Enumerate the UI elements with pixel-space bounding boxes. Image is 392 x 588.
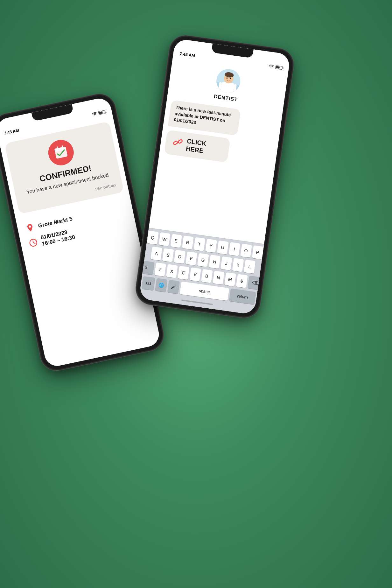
key-c[interactable]: C (178, 266, 189, 280)
key-s[interactable]: S (162, 248, 174, 262)
key-f[interactable]: F (186, 251, 197, 265)
location-pin-icon (25, 223, 35, 233)
key-b[interactable]: B (201, 269, 213, 283)
key-dollar[interactable]: $ (236, 274, 248, 288)
key-x[interactable]: X (166, 264, 178, 278)
click-here-text: CLICK HERE (186, 137, 207, 155)
click-here-button[interactable]: CLICK HERE (164, 130, 230, 163)
svg-rect-12 (220, 81, 234, 94)
dentist-avatar (215, 67, 242, 94)
key-o[interactable]: O (240, 244, 252, 258)
phone-1-content: 7.45 AM (0, 106, 161, 368)
clock-icon (28, 238, 38, 248)
key-return[interactable]: return (229, 288, 256, 304)
message-bubble: There is a new last-minute available at … (168, 100, 241, 136)
battery-icon (98, 110, 106, 115)
confirmed-card: CONFIRMED! You have a new appointment bo… (4, 121, 124, 214)
key-h[interactable]: H (209, 255, 220, 269)
key-v[interactable]: V (189, 267, 201, 281)
phone-1: 7.45 AM (0, 92, 166, 373)
phone-2-power-btn (284, 108, 288, 132)
phone-1-vol-down-btn (4, 190, 9, 207)
chat-area: There is a new last-minute available at … (149, 96, 283, 244)
key-a[interactable]: A (150, 247, 162, 261)
phone-1-frame: 7.45 AM (0, 92, 166, 373)
phone-2-screen: 7.45 AM (139, 38, 290, 315)
key-shift[interactable]: ⇧ (139, 260, 154, 275)
phone-1-status-icons (92, 110, 106, 116)
phone-2: 7.45 AM (135, 34, 295, 319)
phone-2-content: 7.45 AM (139, 38, 290, 315)
phone-2-mute-btn (164, 72, 167, 82)
phone-1-time: 7.45 AM (4, 128, 20, 136)
svg-rect-19 (173, 141, 178, 145)
key-globe[interactable]: 🌐 (155, 278, 167, 292)
key-g[interactable]: G (197, 253, 209, 267)
phone-2-status-icons (269, 64, 283, 70)
dentist-name: DENTIST (214, 94, 238, 102)
key-t[interactable]: T (193, 237, 205, 251)
location-text: Grote Markt 5 (38, 216, 73, 229)
key-y[interactable]: Y (205, 239, 217, 253)
phone-2-vol-up-btn (161, 86, 165, 103)
svg-rect-20 (178, 139, 183, 144)
key-n[interactable]: N (213, 271, 224, 285)
svg-line-3 (62, 146, 63, 149)
svg-line-9 (33, 242, 35, 244)
chain-link-icon (172, 136, 185, 149)
key-mic[interactable]: 🎤 (167, 280, 180, 294)
svg-line-2 (57, 147, 58, 150)
key-i[interactable]: I (228, 242, 240, 256)
phone-1-power-btn (123, 148, 130, 171)
key-delete[interactable]: ⌫ (248, 276, 263, 290)
calendar-check-icon (52, 144, 70, 162)
key-l[interactable]: L (244, 260, 256, 274)
phone-1-mute-btn (0, 155, 0, 165)
key-j[interactable]: J (220, 256, 232, 270)
phone-2-time: 7.45 AM (179, 51, 195, 58)
dentist-avatar-image (215, 67, 242, 94)
key-r[interactable]: R (182, 235, 193, 249)
key-m[interactable]: M (224, 272, 236, 286)
key-q[interactable]: Q (147, 231, 158, 245)
wifi-icon-2 (269, 64, 274, 69)
key-k[interactable]: K (232, 258, 244, 272)
link-icon (171, 136, 185, 151)
home-indicator (181, 299, 213, 305)
key-d[interactable]: D (174, 250, 186, 264)
phone-1-screen: 7.45 AM (0, 96, 161, 368)
battery-icon-2 (275, 65, 283, 70)
phone-2-vol-down-btn (158, 107, 162, 124)
wifi-icon (92, 112, 97, 116)
datetime-text: 01/01/2023 16:00 – 16:30 (40, 228, 76, 247)
key-u[interactable]: U (217, 241, 228, 255)
phone-2-frame: 7.45 AM (135, 34, 295, 319)
key-z[interactable]: Z (154, 262, 166, 276)
key-w[interactable]: W (158, 232, 170, 246)
key-p[interactable]: P (252, 245, 263, 259)
key-e[interactable]: E (170, 234, 182, 248)
phone-1-vol-up-btn (0, 169, 4, 186)
confirmed-icon (46, 137, 76, 168)
key-123[interactable]: 123 (142, 276, 155, 290)
